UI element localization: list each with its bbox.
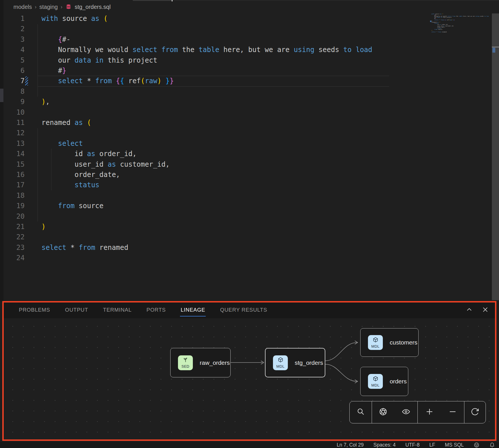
panel-tab-problems[interactable]: PROBLEMS xyxy=(18,304,51,316)
breadcrumb-file[interactable]: stg_orders.sql xyxy=(75,4,111,10)
node-type-chip: MDL xyxy=(273,355,288,370)
code-line[interactable]: 16 order_date, xyxy=(0,170,429,180)
code-text: from source xyxy=(41,201,104,211)
search-icon[interactable] xyxy=(357,407,365,417)
eye-icon[interactable] xyxy=(401,407,411,417)
panel-tab-query-results[interactable]: QUERY RESULTS xyxy=(219,304,268,316)
cube-icon xyxy=(373,337,379,344)
code-line[interactable]: 5 our data in this project xyxy=(0,55,429,65)
editor-scrollbar[interactable] xyxy=(492,13,499,300)
panel-tab-ports[interactable]: PORTS xyxy=(146,304,166,316)
top-edge-detail xyxy=(133,0,172,1)
code-line[interactable]: 19 from source xyxy=(0,201,429,211)
code-line[interactable]: 1 with source as ( xyxy=(0,13,429,24)
line-number: 14 xyxy=(0,149,25,159)
lineage-toolbar xyxy=(349,401,486,423)
code-line[interactable]: 9 ), xyxy=(0,97,429,107)
status-item-ms[interactable]: MS SQL xyxy=(445,442,464,448)
line-number: 7 xyxy=(0,76,25,86)
code-line[interactable]: 23 select * from renamed xyxy=(0,242,429,253)
lineage-node-stg_orders[interactable]: MDL stg_orders xyxy=(265,348,325,377)
code-line[interactable]: 8 xyxy=(0,86,429,97)
status-item-utf-8[interactable]: UTF-8 xyxy=(405,442,420,448)
refresh-icon[interactable] xyxy=(471,407,479,417)
status-item-spaces[interactable]: Spaces: 4 xyxy=(373,442,396,448)
code-text: ) xyxy=(41,222,45,232)
line-number: 12 xyxy=(0,128,25,138)
code-text: #} xyxy=(41,65,66,76)
code-text: select * from renamed xyxy=(41,242,128,253)
code-line[interactable]: 10 xyxy=(0,107,429,118)
close-icon[interactable] xyxy=(482,306,489,313)
code-line[interactable]: 6 #} xyxy=(0,65,429,76)
breadcrumb-item[interactable]: staging xyxy=(39,4,58,10)
smiley-icon[interactable] xyxy=(474,442,480,448)
scrollbar-divider xyxy=(492,47,499,47)
code-line[interactable]: 17 status xyxy=(0,180,429,190)
line-number: 21 xyxy=(0,222,25,232)
panel-tab-terminal[interactable]: TERMINAL xyxy=(102,304,132,316)
code-line[interactable]: 12 xyxy=(0,128,429,138)
code-line[interactable]: 20 xyxy=(0,211,429,222)
lineage-node-orders[interactable]: MDL orders xyxy=(360,367,408,396)
minimap[interactable]: with source as ( {#- Normally we would s… xyxy=(431,13,489,50)
node-type-chip: MDL xyxy=(368,335,383,350)
chevron-up-icon[interactable] xyxy=(466,306,473,313)
code-line[interactable]: 11 renamed as ( xyxy=(0,118,429,128)
code-line[interactable]: 4 Normally we would select from the tabl… xyxy=(0,45,429,55)
minimap-cursor-marker xyxy=(430,21,431,22)
code-text: order_date, xyxy=(41,170,120,180)
bell-icon[interactable] xyxy=(489,442,495,448)
status-item-lf[interactable]: LF xyxy=(429,442,435,448)
chevron-right-icon: › xyxy=(61,4,62,10)
line-number: 16 xyxy=(0,170,25,180)
code-line[interactable]: 13 select xyxy=(0,138,429,149)
breadcrumb-item[interactable]: models xyxy=(13,4,32,10)
line-number: 17 xyxy=(0,180,25,190)
lineage-node-customers[interactable]: MDL customers xyxy=(360,328,419,357)
line-number: 15 xyxy=(0,159,25,170)
code-line[interactable]: 14 id as order_id, xyxy=(0,149,429,159)
line-number: 22 xyxy=(0,232,25,242)
line-number: 23 xyxy=(0,242,25,253)
bottom-panel: PROBLEMSOUTPUTTERMINALPORTSLINEAGEQUERY … xyxy=(3,302,497,441)
lineage-node-raw_orders[interactable]: SED raw_orders xyxy=(170,348,231,377)
top-edge-detail xyxy=(173,0,499,1)
line-number: 9 xyxy=(0,97,25,107)
code-line[interactable]: 18 xyxy=(0,190,429,201)
code-line[interactable]: 3 {#- xyxy=(0,34,429,45)
line-number: 11 xyxy=(0,118,25,128)
status-item-ln[interactable]: Ln 7, Col 29 xyxy=(337,442,364,448)
code-line[interactable]: 24 xyxy=(0,253,429,263)
status-bar: Ln 7, Col 29Spaces: 4UTF-8LFMS SQL xyxy=(0,442,499,448)
line-number: 8 xyxy=(0,86,25,97)
chevron-right-icon: › xyxy=(35,4,36,10)
aperture-icon[interactable] xyxy=(379,407,387,417)
node-type-chip: MDL xyxy=(368,374,383,389)
indent-guide xyxy=(37,24,38,97)
seedling-icon xyxy=(183,357,189,364)
panel-tab-bar: PROBLEMSOUTPUTTERMINALPORTSLINEAGEQUERY … xyxy=(3,302,497,318)
node-type-badge: MDL xyxy=(371,383,379,387)
vscode-window: models›staging› stg_orders.sql 1 with so… xyxy=(0,0,499,448)
code-line[interactable]: 22 xyxy=(0,232,429,242)
code-text: our data in this project xyxy=(41,55,157,65)
modified-line-indicator xyxy=(25,76,28,85)
breadcrumb[interactable]: models›staging› stg_orders.sql xyxy=(13,3,111,11)
code-line[interactable]: 21 ) xyxy=(0,222,429,232)
panel-tab-lineage[interactable]: LINEAGE xyxy=(180,304,206,316)
zoom-out-icon[interactable] xyxy=(448,407,457,417)
code-line[interactable]: 15 user_id as customer_id, xyxy=(0,159,429,170)
node-type-badge: SED xyxy=(181,364,189,369)
lineage-canvas[interactable]: SED raw_orders MDL stg_orders MDL custom… xyxy=(3,318,497,441)
code-line[interactable]: 2 xyxy=(0,24,429,34)
line-number: 24 xyxy=(0,253,25,263)
line-number: 1 xyxy=(0,13,25,24)
code-text: Normally we would select from the table … xyxy=(41,45,372,55)
line-number: 6 xyxy=(0,65,25,76)
database-icon xyxy=(65,4,72,10)
zoom-in-icon[interactable] xyxy=(425,407,434,417)
code-text: renamed as ( xyxy=(41,118,91,128)
panel-tab-output[interactable]: OUTPUT xyxy=(64,304,89,316)
current-line-highlight xyxy=(37,76,389,87)
